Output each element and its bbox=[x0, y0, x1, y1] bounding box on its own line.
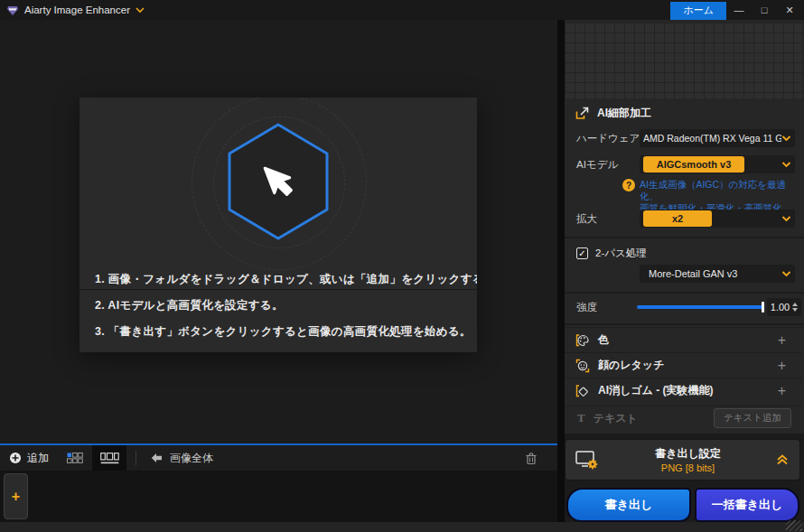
collapse-chevron-icon[interactable] bbox=[776, 453, 789, 466]
strength-slider[interactable] bbox=[637, 305, 763, 309]
ai-model-label: AIモデル bbox=[576, 158, 618, 172]
home-button[interactable]: ホーム bbox=[670, 2, 726, 20]
add-button[interactable]: 追加 bbox=[0, 445, 58, 471]
face-add-button[interactable]: + bbox=[772, 358, 791, 374]
export-settings-texts: 書き出し設定 PNG [8 bits] bbox=[600, 446, 776, 473]
color-add-button[interactable]: + bbox=[772, 332, 791, 349]
hexagon-cursor-icon bbox=[226, 121, 331, 242]
bottom-toolbar: 追加 画像全体 bbox=[0, 443, 557, 471]
add-image-tile[interactable]: + bbox=[4, 473, 28, 519]
drag-drop-zone[interactable]: 1. 画像・フォルダをドラッグ＆ドロップ、或いは「追加」をクリックする。 2. … bbox=[79, 98, 477, 352]
panel-divider bbox=[557, 20, 565, 522]
settings-panel: AI細部加工 ハードウェア AMD Radeon(TM) RX Vega 11 … bbox=[565, 20, 804, 522]
color-section-row: 色 + bbox=[565, 327, 802, 352]
chevron-down-icon bbox=[781, 135, 791, 142]
second-model-dropdown[interactable]: More-Detail GAN v3 bbox=[640, 265, 795, 283]
eraser-add-button[interactable]: + bbox=[772, 383, 791, 399]
scale-label: 拡大 bbox=[576, 212, 597, 226]
export-buttons: 書き出し 一括書き出し bbox=[566, 488, 799, 522]
close-button[interactable]: ✕ bbox=[777, 0, 802, 20]
grid-view-tab[interactable] bbox=[58, 445, 92, 471]
section-separator bbox=[565, 237, 804, 238]
ai-model-row: AIモデル AIGCsmooth v3 bbox=[565, 155, 802, 175]
filmstrip-area: + bbox=[0, 471, 557, 522]
instruction-step-1: 1. 画像・フォルダをドラッグ＆ドロップ、或いは「追加」をクリックする。 bbox=[95, 272, 477, 287]
chevron-down-icon bbox=[781, 270, 791, 277]
strength-label: 強度 bbox=[576, 301, 597, 314]
hardware-row: ハードウェア AMD Radeon(TM) RX Vega 11 Graph bbox=[565, 129, 802, 149]
hardware-label: ハードウェア bbox=[576, 132, 640, 145]
maximize-button[interactable]: □ bbox=[752, 0, 777, 20]
export-settings-icon bbox=[575, 449, 600, 471]
grid-view-icon bbox=[67, 453, 83, 464]
section-separator bbox=[565, 292, 804, 294]
trash-icon[interactable] bbox=[519, 451, 543, 466]
color-section-label: 色 bbox=[598, 332, 609, 348]
strength-row: 強度 1.00 bbox=[565, 298, 802, 318]
hardware-dropdown[interactable]: AMD Radeon(TM) RX Vega 11 Graph bbox=[640, 129, 795, 147]
text-tool-icon: T bbox=[577, 411, 585, 425]
ai-model-value: AIGCsmooth v3 bbox=[643, 156, 744, 173]
instruction-step-2: 2. AIモデルと高画質化を設定する。 bbox=[95, 298, 284, 313]
title-bar: Aiarty Image Enhancer ホーム — □ ✕ bbox=[0, 0, 804, 20]
image-canvas-area: 1. 画像・フォルダをドラッグ＆ドロップ、或いは「追加」をクリックする。 2. … bbox=[0, 20, 557, 443]
strength-value: 1.00 bbox=[771, 302, 790, 313]
ai-eraser-icon bbox=[575, 384, 590, 398]
two-pass-label: 2-パス処理 bbox=[595, 247, 647, 260]
toolbar-separator bbox=[136, 451, 136, 465]
text-add-button[interactable]: テキスト追加 bbox=[714, 408, 791, 428]
face-section-row: 顔のレタッチ + bbox=[565, 352, 802, 378]
hardware-value: AMD Radeon(TM) RX Vega 11 Graph bbox=[643, 133, 781, 144]
filmstrip-view-tab[interactable] bbox=[92, 445, 126, 471]
app-menu-chevron-icon[interactable] bbox=[136, 6, 145, 14]
scale-row: 拡大 x2 bbox=[565, 210, 802, 229]
palette-icon bbox=[575, 333, 590, 348]
second-model-value: More-Detail GAN v3 bbox=[643, 268, 781, 279]
section-separator bbox=[565, 323, 804, 325]
eraser-section-label: AI消しゴム - (実験機能) bbox=[598, 383, 714, 398]
view-whole-image-label: 画像全体 bbox=[170, 451, 213, 466]
add-button-label: 追加 bbox=[27, 451, 49, 466]
ai-model-dropdown[interactable]: AIGCsmooth v3 bbox=[640, 155, 795, 173]
filmstrip-view-icon bbox=[100, 453, 119, 464]
strength-value-box: 1.00 bbox=[767, 298, 801, 316]
slider-thumb[interactable] bbox=[762, 302, 764, 313]
app-logo-icon bbox=[6, 4, 19, 16]
scale-value: x2 bbox=[643, 210, 712, 227]
back-arrow-icon bbox=[151, 453, 163, 463]
ai-model-desc-line1: AI生成画像（AIGC）の対応を最適化、 bbox=[640, 179, 802, 202]
strength-stepper[interactable] bbox=[792, 303, 798, 312]
eraser-section-row: AI消しゴム - (実験機能) + bbox=[565, 378, 802, 403]
minimize-button[interactable]: — bbox=[726, 0, 752, 20]
second-model-row: More-Detail GAN v3 bbox=[565, 265, 802, 283]
resize-grip[interactable] bbox=[786, 520, 802, 531]
chevron-down-icon bbox=[781, 161, 791, 168]
export-settings-panel[interactable]: 書き出し設定 PNG [8 bits] bbox=[565, 439, 800, 481]
app-title: Aiarty Image Enhancer bbox=[24, 5, 130, 15]
instruction-step-3: 3. 「書き出す」ボタンをクリックすると画像の高画質化処理を始める。 bbox=[95, 324, 472, 340]
preview-grid bbox=[565, 23, 802, 98]
face-section-label: 顔のレタッチ bbox=[598, 358, 664, 373]
text-section-row: T テキスト テキスト追加 bbox=[565, 406, 802, 430]
batch-export-button[interactable]: 一括書き出し bbox=[695, 488, 799, 522]
help-icon[interactable]: ? bbox=[622, 179, 635, 191]
scale-dropdown[interactable]: x2 bbox=[640, 210, 795, 228]
export-button[interactable]: 書き出し bbox=[566, 488, 691, 522]
export-format-value: PNG [8 bits] bbox=[661, 462, 715, 473]
two-pass-row: ✓ 2-パス処理 bbox=[565, 244, 802, 262]
dropzone-divider bbox=[79, 289, 477, 290]
export-settings-title: 書き出し設定 bbox=[655, 446, 721, 462]
view-whole-image-button[interactable]: 画像全体 bbox=[145, 450, 219, 467]
circle-plus-icon bbox=[9, 452, 22, 464]
status-bar bbox=[0, 522, 804, 532]
text-section-label: テキスト bbox=[594, 411, 638, 426]
ai-detail-icon bbox=[575, 106, 590, 120]
ai-detail-section-title: AI細部加工 bbox=[597, 106, 651, 121]
two-pass-checkbox[interactable]: ✓ bbox=[576, 247, 588, 259]
ai-model-desc-row: ? AI生成画像（AIGC）の対応を最適化、 画質を鮮明化・平滑化・高画質化。 bbox=[565, 179, 802, 204]
chevron-down-icon bbox=[781, 215, 791, 222]
face-retouch-icon bbox=[575, 359, 590, 373]
ai-detail-section-header: AI細部加工 bbox=[565, 101, 804, 125]
